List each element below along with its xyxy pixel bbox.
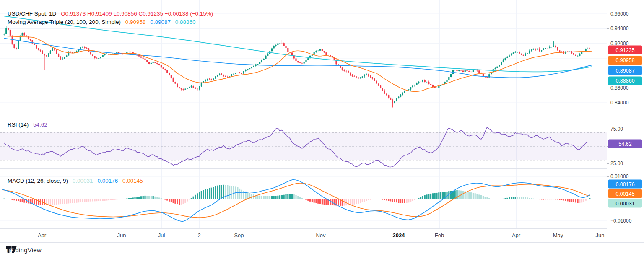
macd-badge: 0.00031 <box>608 199 642 208</box>
price-axis-label: 0.96000 <box>610 11 628 17</box>
time-axis-label[interactable]: Nov <box>316 232 325 238</box>
rsi-title[interactable]: RSI (14) <box>8 122 29 128</box>
tradingview-logo[interactable]: TradingView <box>6 246 42 254</box>
rsi-badge: 54.62 <box>608 140 642 148</box>
time-axis-label[interactable]: 2024 <box>393 232 405 238</box>
macd-signal-value: 0.00145 <box>122 178 143 184</box>
time-axis-label[interactable]: Apr <box>38 232 46 238</box>
rsi-header: RSI (14) 54.62 <box>8 122 47 128</box>
price-axis[interactable]: 0.960000.940000.920000.860000.8400075.00… <box>607 0 644 242</box>
tradingview-logo-icon <box>6 246 17 253</box>
ohlc-values: O0.91373 H0.91409 L0.90856 C0.91235 −0.0… <box>61 10 213 17</box>
axis-tick <box>607 129 609 130</box>
time-axis-label[interactable]: 2 <box>197 232 200 238</box>
footer-divider <box>0 242 644 243</box>
time-axis-label[interactable]: Sep <box>234 232 244 238</box>
tradingview-chart-window: USD/CHF Spot, 1D O0.91373 H0.91409 L0.90… <box>0 0 644 259</box>
macd-axis-label: −0.01000 <box>610 218 631 224</box>
macd-title[interactable]: MACD (12, 26, close, 9) <box>8 178 68 184</box>
rsi-axis-label: 25.00 <box>610 161 623 166</box>
axis-tick <box>607 88 609 88</box>
symbol-title[interactable]: USD/CHF Spot, 1D <box>8 10 56 17</box>
time-axis-label[interactable]: Apr <box>512 232 520 238</box>
axis-tick <box>607 103 609 103</box>
macd-axis-label: 0.01000 <box>610 174 628 179</box>
macd-badge: 0.00176 <box>608 180 642 189</box>
rsi-axis-label: 75.00 <box>610 126 623 132</box>
macd-badge: 0.00145 <box>608 189 642 198</box>
time-axis-label[interactable]: May <box>553 232 564 238</box>
price-axis-label: 0.86000 <box>610 85 628 91</box>
price-badge: 0.88860 <box>608 76 642 85</box>
ma200-value: 0.88860 <box>175 19 196 25</box>
price-axis-label: 0.94000 <box>610 26 628 31</box>
ma20-value: 0.90958 <box>125 19 146 25</box>
axis-tick <box>607 14 609 14</box>
time-axis-label[interactable]: Jul <box>158 232 165 238</box>
ma-study-header: Moving Average Triple (20, 100, 200, Sim… <box>8 19 196 25</box>
macd-header: MACD (12, 26, close, 9) 0.00031 0.00176 … <box>8 178 143 184</box>
axis-tick <box>607 163 609 164</box>
time-axis-label[interactable]: Jun <box>117 232 126 238</box>
price-badge: 0.89087 <box>608 66 642 75</box>
symbol-header: USD/CHF Spot, 1D O0.91373 H0.91409 L0.90… <box>8 10 213 17</box>
time-axis[interactable]: AprJunJul2SepNov2024FebAprMayJun <box>0 228 644 242</box>
macd-line-value: 0.00176 <box>97 178 118 184</box>
rsi-value: 54.62 <box>33 122 47 128</box>
chart-canvas[interactable] <box>0 0 607 242</box>
price-badge: 0.91235 <box>608 46 642 54</box>
axis-tick <box>607 44 609 44</box>
time-axis-label[interactable]: Feb <box>435 232 444 238</box>
axis-tick <box>607 176 609 177</box>
ma-study-title[interactable]: Moving Average Triple (20, 100, 200, Sim… <box>8 19 121 25</box>
ma100-value: 0.89087 <box>150 19 171 25</box>
axis-tick <box>607 28 609 29</box>
axis-tick <box>607 221 609 221</box>
price-badge: 0.90958 <box>608 56 642 65</box>
time-axis-label[interactable]: Jun <box>596 232 605 238</box>
macd-hist-value: 0.00031 <box>73 178 93 184</box>
price-axis-label: 0.84000 <box>610 100 628 106</box>
